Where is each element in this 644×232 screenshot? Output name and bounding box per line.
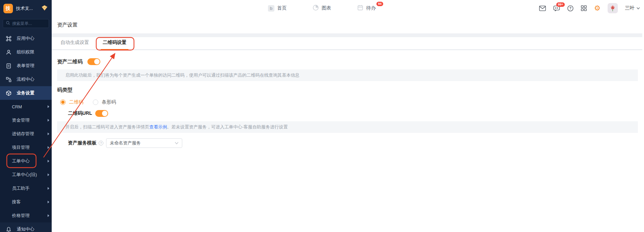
tab-bar: 自动生成设置 二维码设置 (52, 37, 642, 50)
sidebar-subitem-label: 价格管理 (12, 213, 48, 219)
toggle-knob (102, 111, 107, 116)
view-example-link[interactable]: 查看示例 (149, 124, 167, 130)
sidebar-item-work-order[interactable]: 工单中心 (0, 154, 52, 168)
chevron-right-icon (48, 187, 49, 190)
sidebar-item-label: 流程中心 (17, 76, 34, 82)
chat-count-badge: 99+ (556, 2, 565, 7)
tab-auto-generation-settings[interactable]: 自动生成设置 (61, 40, 89, 49)
topbar-item-todo[interactable]: 待办 94 (357, 4, 376, 12)
sidebar-subitem-label: CRM (12, 104, 48, 109)
asset-qr-toggle[interactable] (87, 58, 100, 65)
sidebar-item-label: 业务设置 (17, 90, 34, 96)
code-type-radio-group: 二维码 条形码 (60, 99, 644, 105)
sidebar-search[interactable] (3, 19, 49, 28)
sidebar-item-price[interactable]: 价格管理 (0, 209, 52, 222)
service-template-label: 资产服务模板 (68, 140, 97, 146)
code-type-label: 码类型 (57, 87, 644, 93)
sidebar-subitem-label: 资金管理 (12, 117, 48, 123)
workspace-name: 技术支... (16, 5, 38, 12)
sidebar-item-process-center[interactable]: 流程中心 (0, 73, 52, 86)
info-text: 开启后，扫描二维码可进入资产服务详情页 (65, 124, 149, 130)
apps-icon (6, 36, 12, 42)
workspace-header[interactable]: 技 技术支... (0, 0, 52, 16)
chevron-right-icon (48, 133, 49, 135)
radio-qrcode[interactable] (60, 99, 66, 105)
sidebar-nav: 应用中心 组织权限 表单管理 (0, 32, 52, 232)
radio-qrcode-label[interactable]: 二维码 (69, 99, 83, 105)
flow-icon (6, 77, 12, 82)
vip-badge-icon (41, 5, 48, 12)
mail-icon[interactable] (539, 5, 546, 11)
page-title: 资产设置 (52, 16, 644, 33)
sidebar-item-project[interactable]: 项目管理 (0, 141, 52, 154)
sidebar-item-employee-assistant[interactable]: 员工助手 (0, 182, 52, 195)
topbar-item-home[interactable]: b 首页 (268, 5, 287, 12)
sidebar-item-label: 组织权限 (17, 49, 34, 55)
app-window: 技 技术支... 应用中心 (0, 0, 644, 232)
service-template-row: 资产服务模板 ? 未命名资产服务 (68, 138, 644, 148)
asset-qr-label: 资产二维码 (57, 59, 83, 65)
user-menu[interactable]: 三叶 (625, 5, 640, 11)
cube-icon (6, 90, 12, 96)
apps-grid-icon[interactable] (581, 5, 587, 11)
pie-chart-icon (312, 4, 319, 12)
section-separator (52, 33, 642, 37)
sidebar-item-org-permission[interactable]: 组织权限 (0, 45, 52, 59)
main-content: 资产设置 自动生成设置 二维码设置 资产二维码 启用此功能后，我们将为每个资产生… (52, 16, 644, 232)
sidebar-item-inventory[interactable]: 进销存管理 (0, 127, 52, 141)
chevron-right-icon (48, 160, 49, 163)
qr-url-toggle[interactable] (95, 110, 108, 117)
service-template-select[interactable]: 未命名资产服务 (106, 138, 182, 148)
sidebar-item-funds[interactable]: 资金管理 (0, 113, 52, 127)
topbar-item-label: 首页 (277, 5, 287, 11)
sidebar-item-crm[interactable]: CRM (0, 100, 52, 113)
sidebar-item-notification-center[interactable]: 通知中心 (0, 222, 52, 232)
user-name: 三叶 (625, 5, 634, 11)
radio-barcode-label[interactable]: 条形码 (102, 99, 116, 105)
asset-qr-info-bar: 启用此功能后，我们将为每个资产生成一个单独的访问二维码，使用户可以通过扫描该产品… (57, 69, 638, 81)
sidebar: 技 技术支... 应用中心 (0, 0, 52, 232)
person-icon (6, 49, 12, 55)
home-app-icon: b (268, 5, 274, 12)
topbar-actions: 99+ ? ⚙ 三叶 (539, 0, 640, 16)
topbar: b 首页 图表 待办 94 (52, 0, 644, 16)
radio-barcode[interactable] (93, 99, 98, 105)
sidebar-item-label: 表单管理 (17, 63, 34, 69)
sidebar-item-souke[interactable]: 搜客 (0, 195, 52, 209)
workspace-logo: 技 (3, 4, 13, 13)
chevron-right-icon (48, 105, 49, 108)
sidebar-item-label: 应用中心 (17, 35, 34, 42)
chevron-right-icon (48, 173, 49, 176)
template-help-icon[interactable]: ? (99, 141, 103, 145)
sidebar-subitem-label: 项目管理 (12, 144, 48, 151)
search-input[interactable] (12, 21, 46, 26)
sidebar-item-app-center[interactable]: 应用中心 (0, 32, 52, 45)
avatar[interactable] (608, 3, 618, 13)
asset-qr-row: 资产二维码 (57, 58, 644, 65)
sidebar-subitem-label: 员工助手 (12, 185, 48, 191)
chevron-down-icon (637, 7, 640, 10)
info-text: 启用此功能后，我们将为每个资产生成一个单独的访问二维码，使用户可以通过扫描该产品… (65, 72, 300, 78)
topbar-item-charts[interactable]: 图表 (312, 4, 331, 12)
sidebar-subitem-label: 搜客 (12, 199, 48, 205)
sidebar-item-form-management[interactable]: 表单管理 (0, 59, 52, 73)
help-icon[interactable]: ? (567, 5, 574, 12)
info-text: 。若未设置资产服务，可进入工单中心-客服自助服务进行设置 (167, 124, 288, 130)
topbar-nav: b 首页 图表 待办 94 (268, 0, 376, 16)
sidebar-item-business-settings[interactable]: 业务设置 (0, 86, 52, 100)
sidebar-subitem-label: 工单中心(旧) (12, 172, 48, 178)
svg-text:?: ? (570, 6, 572, 10)
chevron-right-icon (48, 201, 49, 203)
qr-url-info-bar: 开启后，扫描二维码可进入资产服务详情页 查看示例 。若未设置资产服务，可进入工单… (57, 121, 638, 133)
sidebar-item-label: 通知中心 (17, 226, 34, 232)
chevron-right-icon (48, 146, 49, 149)
chat-icon[interactable]: 99+ (553, 5, 560, 11)
tab-qrcode-settings[interactable]: 二维码设置 (103, 40, 126, 49)
sidebar-item-work-order-old[interactable]: 工单中心(旧) (0, 168, 52, 182)
chevron-right-icon (48, 214, 49, 217)
gear-icon[interactable]: ⚙ (594, 5, 600, 12)
chevron-right-icon (48, 119, 49, 122)
sidebar-subitem-label: 工单中心 (12, 158, 48, 164)
sidebar-submenu: CRM 资金管理 进销存管理 项目管理 工单中心 (0, 100, 52, 222)
topbar-item-label: 待办 (366, 5, 376, 11)
